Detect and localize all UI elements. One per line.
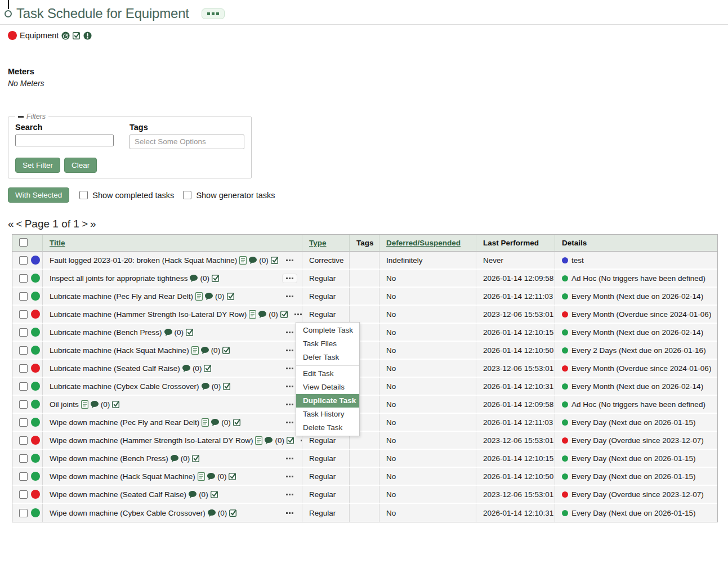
comment-icon[interactable] xyxy=(205,293,213,300)
row-actions-menu-button[interactable] xyxy=(282,382,297,391)
task-title[interactable]: Wipe down machine (Seated Calf Raise) xyxy=(50,490,186,499)
row-actions-menu-button[interactable] xyxy=(282,364,297,373)
column-header-type[interactable]: Type xyxy=(302,235,350,252)
row-select-checkbox[interactable] xyxy=(19,400,28,409)
menu-item-task-history[interactable]: Task History xyxy=(296,408,359,421)
row-select-checkbox[interactable] xyxy=(19,364,28,373)
row-select-checkbox[interactable] xyxy=(19,256,28,265)
file-icon[interactable] xyxy=(239,256,247,265)
comment-icon[interactable] xyxy=(202,383,209,390)
next-page-button[interactable]: > xyxy=(82,218,88,230)
first-page-button[interactable]: « xyxy=(8,218,14,230)
comment-icon[interactable] xyxy=(201,347,209,354)
show-generator-checkbox[interactable] xyxy=(183,191,191,199)
assigned-check-icon[interactable] xyxy=(223,382,231,390)
menu-item-edit-task[interactable]: Edit Task xyxy=(296,367,359,381)
task-title[interactable]: Lubricate machine (Hack Squat Machine) xyxy=(50,346,189,355)
row-select-checkbox[interactable] xyxy=(19,436,28,445)
comment-icon[interactable] xyxy=(249,257,257,264)
task-title[interactable]: Lubricate machine (Bench Press) xyxy=(50,328,162,337)
file-icon[interactable] xyxy=(198,472,205,481)
assigned-check-icon[interactable] xyxy=(287,436,294,444)
row-select-checkbox[interactable] xyxy=(19,472,28,481)
row-actions-menu-button[interactable] xyxy=(282,328,297,337)
assigned-check-icon[interactable] xyxy=(271,256,279,264)
task-title[interactable]: Wipe down machine (Pec Fly and Rear Delt… xyxy=(50,418,199,427)
assigned-check-icon[interactable] xyxy=(211,490,218,498)
task-title[interactable]: Lubricate machine (Cybex Cable Crossover… xyxy=(50,382,199,391)
checkbox-checked-icon[interactable] xyxy=(73,32,81,39)
row-actions-menu-button[interactable] xyxy=(282,274,297,283)
row-select-checkbox[interactable] xyxy=(19,509,28,517)
menu-item-defer-task[interactable]: Defer Task xyxy=(296,351,359,364)
collapse-filters-icon[interactable] xyxy=(18,116,24,118)
set-filter-button[interactable]: Set Filter xyxy=(15,158,60,173)
row-select-checkbox[interactable] xyxy=(19,274,28,283)
row-actions-menu-button[interactable] xyxy=(282,400,297,409)
menu-item-task-files[interactable]: Task Files xyxy=(296,337,359,351)
assigned-check-icon[interactable] xyxy=(212,274,220,282)
tags-select[interactable]: Select Some Options xyxy=(129,135,244,149)
file-icon[interactable] xyxy=(255,436,262,445)
row-actions-menu-button[interactable] xyxy=(291,310,302,319)
comment-icon[interactable] xyxy=(182,365,190,372)
gauge-icon[interactable] xyxy=(61,32,70,40)
row-select-checkbox[interactable] xyxy=(19,454,28,463)
search-input[interactable] xyxy=(15,135,114,146)
assigned-check-icon[interactable] xyxy=(229,509,237,517)
menu-item-complete-task[interactable]: Complete Task xyxy=(296,324,359,337)
task-title[interactable]: Wipe down machine (Hammer Strength Iso-L… xyxy=(50,436,253,445)
assigned-check-icon[interactable] xyxy=(229,472,236,480)
file-icon[interactable] xyxy=(249,310,256,319)
assigned-check-icon[interactable] xyxy=(222,346,230,354)
comment-icon[interactable] xyxy=(211,419,219,426)
comment-icon[interactable] xyxy=(91,401,99,408)
assigned-check-icon[interactable] xyxy=(227,292,235,300)
row-select-checkbox[interactable] xyxy=(19,292,28,301)
task-title[interactable]: Lubricate machine (Pec Fly and Rear Delt… xyxy=(50,292,193,301)
comment-icon[interactable] xyxy=(258,311,266,318)
row-actions-menu-button[interactable] xyxy=(297,436,302,445)
comment-icon[interactable] xyxy=(164,329,172,336)
task-title[interactable]: Wipe down machine (Hack Squat Machine) xyxy=(50,472,195,481)
assigned-check-icon[interactable] xyxy=(233,418,241,426)
column-header-deferred-suspended[interactable]: Deferred/Suspended xyxy=(379,235,476,252)
prev-page-button[interactable]: < xyxy=(16,218,23,230)
assigned-check-icon[interactable] xyxy=(280,310,288,318)
menu-item-view-details[interactable]: View Details xyxy=(296,381,359,394)
comment-icon[interactable] xyxy=(189,491,196,498)
task-title[interactable]: Wipe down machine (Bench Press) xyxy=(50,454,168,463)
row-select-checkbox[interactable] xyxy=(19,382,28,391)
column-header-title[interactable]: Title xyxy=(43,235,302,252)
assigned-check-icon[interactable] xyxy=(112,400,120,408)
row-actions-menu-button[interactable] xyxy=(282,418,297,427)
select-all-checkbox[interactable] xyxy=(19,238,28,247)
row-select-checkbox[interactable] xyxy=(19,310,28,319)
comment-icon[interactable] xyxy=(171,455,178,462)
task-title[interactable]: Lubricate machine (Seated Calf Raise) xyxy=(50,364,180,373)
assigned-check-icon[interactable] xyxy=(192,454,200,462)
last-page-button[interactable]: » xyxy=(90,218,96,230)
row-select-checkbox[interactable] xyxy=(19,490,28,499)
comment-icon[interactable] xyxy=(208,509,216,517)
comment-icon[interactable] xyxy=(190,275,198,282)
file-icon[interactable] xyxy=(81,400,88,409)
file-icon[interactable] xyxy=(202,418,209,427)
with-selected-button[interactable]: With Selected xyxy=(8,187,69,203)
task-title[interactable]: Lubricate machine (Hammer Strength Iso-L… xyxy=(50,310,247,319)
file-icon[interactable] xyxy=(191,346,199,355)
task-title[interactable]: Fault logged 2023-01-20: broken (Hack Sq… xyxy=(50,256,237,265)
row-actions-menu-button[interactable] xyxy=(282,346,297,355)
task-title[interactable]: Inspect all joints for appropriate tight… xyxy=(50,274,187,283)
title-menu-button[interactable] xyxy=(202,8,225,19)
comment-icon[interactable] xyxy=(207,473,215,480)
row-actions-menu-button[interactable] xyxy=(282,508,297,518)
assigned-check-icon[interactable] xyxy=(204,364,212,372)
row-select-checkbox[interactable] xyxy=(19,346,28,355)
row-actions-menu-button[interactable] xyxy=(282,292,297,301)
alert-icon[interactable] xyxy=(83,32,92,40)
row-actions-menu-button[interactable] xyxy=(282,454,297,463)
show-completed-checkbox[interactable] xyxy=(79,191,88,199)
file-icon[interactable] xyxy=(195,292,203,301)
row-select-checkbox[interactable] xyxy=(19,418,28,427)
